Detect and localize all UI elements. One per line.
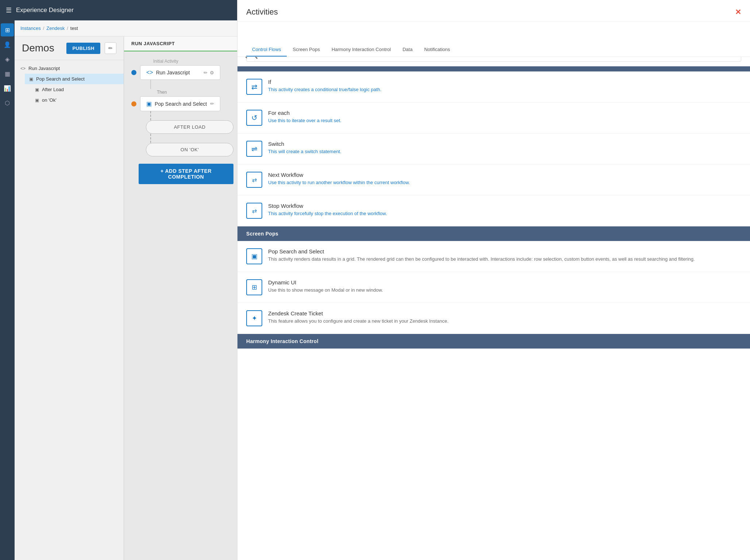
activity-item-next-workflow[interactable]: ⇄ Next Workflow Use this activity to run… — [237, 164, 750, 195]
canvas-body: Initial Activity <> Run Javascript ✏ ⚙ T… — [124, 51, 241, 557]
activity-item-switch[interactable]: ⇌ Switch This will create a switch state… — [237, 133, 750, 164]
activity-info-switch: Switch This will create a switch stateme… — [268, 141, 741, 155]
activity-icon-switch: ⇌ — [246, 141, 262, 157]
flow-card-actions-pop-search: ✏ — [210, 101, 214, 106]
activities-panel: Activities ✕ 🔍 Control Flows Screen Pops… — [237, 0, 750, 560]
activities-close-button[interactable]: ✕ — [735, 8, 741, 16]
flow-card-pop-search[interactable]: ▣ Pop Search and Select ✏ — [140, 96, 220, 111]
tree-sub-group: ▣ Pop Search and Select ▣ After Load ▣ o… — [15, 74, 124, 105]
sidebar-icon-user[interactable]: 👤 — [1, 38, 14, 51]
activity-item-zendesk-ticket[interactable]: ✦ Zendesk Create Ticket This feature all… — [237, 303, 750, 334]
flow-line-1 — [150, 80, 233, 89]
activity-info-zendesk-ticket: Zendesk Create Ticket This feature allow… — [268, 310, 741, 324]
activity-info-stop-workflow: Stop Workflow This activity forcefully s… — [268, 203, 741, 217]
flow-card-run-javascript[interactable]: <> Run Javascript ✏ ⚙ — [140, 65, 220, 80]
add-step-button[interactable]: + ADD STEP AFTER COMPLETION — [139, 164, 233, 184]
activity-desc-zendesk-ticket: This feature allows you to configure and… — [268, 318, 741, 324]
tree-area: <> Run Javascript ▣ Pop Search and Selec… — [15, 60, 124, 108]
then-label: Then — [157, 90, 233, 95]
activity-item-dynamic-ui[interactable]: ⊞ Dynamic UI Use this to show message on… — [237, 272, 750, 303]
flow-card-label-pop-search: Pop Search and Select — [155, 101, 207, 107]
tree-item-after-load[interactable]: ▣ After Load — [31, 84, 124, 95]
flow-card-label-run-javascript: Run Javascript — [156, 70, 190, 75]
activity-info-for-each: For each Use this to iterate over a resu… — [268, 110, 741, 124]
activity-name-next-workflow: Next Workflow — [268, 172, 741, 178]
activity-desc-for-each: Use this to iterate over a result set. — [268, 117, 741, 124]
left-sidebar: ⊞ 👤 ◈ ▦ 📊 ⬡ — [0, 20, 15, 560]
edit-icon[interactable]: ✏ — [204, 70, 208, 75]
flow-dot-pop-search — [131, 101, 136, 106]
activity-icon-next-workflow: ⇄ — [246, 172, 262, 188]
section-header-harmony: Harmony Interaction Control — [237, 334, 750, 349]
flow-step-after-load[interactable]: AFTER LOAD — [146, 120, 233, 134]
edit-button[interactable]: ✏ — [105, 42, 116, 54]
flow-card-actions-run-javascript: ✏ ⚙ — [204, 70, 214, 75]
sidebar-icon-chart[interactable]: 📊 — [1, 82, 14, 95]
activity-desc-stop-workflow: This activity forcefully stop the execut… — [268, 210, 741, 217]
flow-line-dashed-1 — [150, 111, 233, 120]
sidebar-icon-module[interactable]: ⬡ — [1, 96, 14, 109]
activity-item-stop-workflow[interactable]: ⇄ Stop Workflow This activity forcefully… — [237, 195, 750, 226]
tree-item-run-javascript[interactable]: <> Run Javascript — [15, 63, 124, 74]
canvas-panel: RUN JAVASCRIPT Initial Activity <> Run J… — [124, 36, 241, 560]
breadcrumb-zendesk[interactable]: Zendesk — [46, 26, 65, 31]
canvas-tab-run-javascript[interactable]: RUN JAVASCRIPT — [131, 41, 175, 46]
flow-card-icon-pop-search: ▣ — [146, 100, 152, 107]
menu-icon[interactable]: ☰ — [6, 6, 12, 14]
activity-name-for-each: For each — [268, 110, 741, 116]
activity-icon-for-each: ↺ — [246, 110, 262, 126]
activity-icon-stop-workflow: ⇄ — [246, 203, 262, 219]
activity-icon-pop-search: ▣ — [246, 248, 262, 264]
activity-icon-if: ⇄ — [246, 79, 262, 95]
edit-icon-2[interactable]: ✏ — [210, 101, 214, 106]
tree-label-on-ok: on 'Ok' — [42, 97, 57, 103]
tree-label-pop-search: Pop Search and Select — [36, 76, 85, 82]
activity-item-pop-search[interactable]: ▣ Pop Search and Select This activity re… — [237, 241, 750, 272]
activities-tabs: Control Flows Screen Pops Harmony Intera… — [237, 43, 750, 57]
tree-item-on-ok[interactable]: ▣ on 'Ok' — [31, 95, 124, 105]
breadcrumb-test: test — [70, 26, 78, 31]
tab-screen-pops[interactable]: Screen Pops — [287, 43, 325, 57]
activity-item-for-each[interactable]: ↺ For each Use this to iterate over a re… — [237, 102, 750, 133]
activity-item-if[interactable]: ⇄ If This activity creates a conditional… — [237, 71, 750, 102]
activity-info-pop-search: Pop Search and Select This activity rend… — [268, 248, 741, 262]
tree-icon-after-load: ▣ — [35, 87, 39, 92]
activity-icon-dynamic-ui: ⊞ — [246, 279, 262, 295]
sidebar-icon-grid[interactable]: ▦ — [1, 67, 14, 80]
tree-icon-pop-search: ▣ — [29, 77, 33, 82]
activity-desc-switch: This will create a switch statement. — [268, 148, 741, 155]
publish-button[interactable]: PUBLISH — [66, 43, 100, 54]
sidebar-icon-diamond[interactable]: ◈ — [1, 52, 14, 66]
activity-name-zendesk-ticket: Zendesk Create Ticket — [268, 310, 741, 316]
settings-icon[interactable]: ⚙ — [210, 70, 214, 75]
activity-desc-pop-search: This activity renders data results in a … — [268, 256, 741, 262]
activity-desc-dynamic-ui: Use this to show message on Modal or in … — [268, 287, 741, 293]
tab-data[interactable]: Data — [397, 43, 418, 57]
activities-header: Activities ✕ — [237, 0, 750, 22]
activity-icon-zendesk-ticket: ✦ — [246, 310, 262, 326]
tab-harmony[interactable]: Harmony Interaction Control — [326, 43, 397, 57]
breadcrumb-instances[interactable]: Instances — [20, 26, 41, 31]
sidebar-icon-home[interactable]: ⊞ — [1, 23, 14, 36]
activity-info-if: If This activity creates a conditional t… — [268, 79, 741, 93]
activities-title: Activities — [246, 7, 735, 17]
flow-node-pop-search: ▣ Pop Search and Select ✏ — [131, 96, 233, 111]
tab-notifications[interactable]: Notifications — [418, 43, 456, 57]
tree-item-pop-search[interactable]: ▣ Pop Search and Select — [25, 74, 124, 84]
canvas-header: RUN JAVASCRIPT — [124, 36, 241, 51]
flow-card-icon-run-javascript: <> — [146, 69, 153, 76]
left-panel: Demos PUBLISH ✏ <> Run Javascript ▣ Pop … — [15, 36, 124, 560]
breadcrumb-sep1: / — [43, 26, 45, 31]
tree-label-run-javascript: Run Javascript — [28, 66, 60, 71]
activity-desc-if: This activity creates a conditional true… — [268, 86, 741, 93]
flow-line-dashed-2 — [150, 134, 233, 143]
flow-dot-run-javascript — [131, 70, 136, 75]
tree-icon-on-ok: ▣ — [35, 98, 39, 103]
activity-name-switch: Switch — [268, 141, 741, 147]
tab-control-flows[interactable]: Control Flows — [246, 43, 287, 57]
activity-info-next-workflow: Next Workflow Use this activity to run a… — [268, 172, 741, 186]
flow-step-on-ok[interactable]: ON 'OK' — [146, 143, 233, 156]
flow-node-run-javascript: <> Run Javascript ✏ ⚙ — [131, 65, 233, 80]
activity-name-if: If — [268, 79, 741, 85]
breadcrumb-sep2: / — [67, 26, 68, 31]
